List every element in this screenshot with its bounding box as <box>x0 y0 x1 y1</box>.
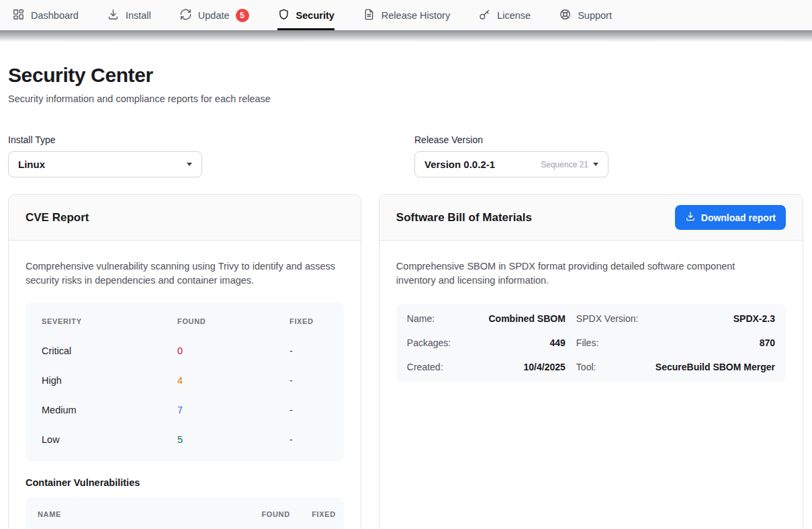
sequence-label: Sequence 21 <box>541 160 588 169</box>
severity-name: Critical <box>42 345 177 356</box>
severity-row-low: Low 5 - <box>42 425 328 454</box>
severity-col-header: SEVERITY <box>42 317 177 325</box>
install-type-select[interactable]: Linux <box>8 151 202 177</box>
security-center-page: Security Center Security information and… <box>0 64 812 529</box>
severity-found-count: 5 <box>177 434 289 445</box>
sbom-details-panel: Name: Combined SBOM SPDX Version: SPDX-2… <box>396 304 786 382</box>
chevron-down-icon <box>187 163 192 166</box>
container-vulnerabilities-table: NAME FOUND FIXED <box>26 497 344 529</box>
tab-support[interactable]: Support <box>559 0 612 30</box>
fixed-col-header: FIXED <box>298 510 336 518</box>
tab-label: License <box>497 10 531 21</box>
severity-fixed-count: - <box>289 375 328 386</box>
top-nav: Dashboard Install Update 5 Security Rele… <box>0 0 812 30</box>
container-table-header: NAME FOUND FIXED <box>38 501 336 528</box>
sbom-packages-label: Packages: <box>407 337 467 348</box>
severity-table-header: SEVERITY FOUND FIXED <box>42 307 328 336</box>
sbom-name-value: Combined SBOM <box>467 313 566 324</box>
tab-label: Dashboard <box>31 10 79 21</box>
sbom-files-value: 870 <box>656 337 775 348</box>
found-col-header: FOUND <box>177 317 289 325</box>
severity-fixed-count: - <box>289 345 328 356</box>
tab-update[interactable]: Update 5 <box>179 0 249 30</box>
severity-found-count: 0 <box>177 345 289 356</box>
sbom-tool-label: Tool: <box>566 362 656 372</box>
severity-row-high: High 4 - <box>42 366 328 395</box>
tab-security[interactable]: Security <box>277 0 334 30</box>
header-shadow <box>0 30 812 42</box>
tab-label: Update <box>198 10 230 21</box>
severity-name: Medium <box>42 405 177 415</box>
severity-row-critical: Critical 0 - <box>42 336 328 366</box>
sbom-details-row: Created: 10/4/2025 Tool: SecureBuild SBO… <box>407 355 775 379</box>
sbom-created-value: 10/4/2025 <box>467 362 566 372</box>
severity-fixed-count: - <box>289 434 328 445</box>
sbom-packages-value: 449 <box>467 337 566 348</box>
sbom-details-row: Packages: 449 Files: 870 <box>407 331 775 355</box>
sbom-tool-value: SecureBuild SBOM Merger <box>656 362 775 372</box>
severity-found-count: 4 <box>177 375 289 386</box>
install-type-value: Linux <box>18 159 187 170</box>
severity-name: High <box>42 375 177 386</box>
license-icon <box>478 8 491 23</box>
tab-install[interactable]: Install <box>107 0 151 30</box>
sbom-title: Software Bill of Materials <box>396 211 532 225</box>
tab-license[interactable]: License <box>478 0 531 30</box>
found-col-header: FOUND <box>250 510 290 518</box>
cve-report-description: Comprehensive vulnerability scanning usi… <box>26 259 344 288</box>
sbom-details-row: Name: Combined SBOM SPDX Version: SPDX-2… <box>407 307 775 331</box>
install-type-label: Install Type <box>8 134 397 145</box>
tab-label: Support <box>578 10 612 21</box>
dashboard-icon <box>12 8 25 23</box>
fixed-col-header: FIXED <box>289 317 328 325</box>
tab-label: Install <box>126 10 151 21</box>
tab-release-history[interactable]: Release History <box>363 0 450 30</box>
sbom-card: Software Bill of Materials Download repo… <box>379 194 803 529</box>
page-subtitle: Security information and compliance repo… <box>8 93 803 104</box>
sbom-spdx-version-label: SPDX Version: <box>566 313 656 324</box>
install-icon <box>107 8 120 23</box>
release-history-icon <box>363 8 375 23</box>
download-report-button[interactable]: Download report <box>675 205 786 230</box>
tab-label: Release History <box>381 10 450 21</box>
release-version-select[interactable]: Version 0.0.2-1 Sequence 21 <box>414 151 608 177</box>
severity-name: Low <box>42 434 177 445</box>
tab-dashboard[interactable]: Dashboard <box>12 0 79 30</box>
download-report-label: Download report <box>701 212 776 223</box>
sbom-files-label: Files: <box>566 337 656 348</box>
severity-row-medium: Medium 7 - <box>42 395 328 425</box>
download-icon <box>685 211 696 224</box>
cve-report-card: CVE Report Comprehensive vulnerability s… <box>8 194 361 529</box>
sbom-name-label: Name: <box>407 313 467 324</box>
cve-report-title: CVE Report <box>26 211 89 225</box>
update-icon <box>179 8 192 23</box>
security-icon <box>277 8 290 23</box>
update-count-badge: 5 <box>236 9 249 22</box>
filters-row: Install Type Linux Release Version Versi… <box>8 134 803 177</box>
release-version-label: Release Version <box>414 134 803 145</box>
severity-table: SEVERITY FOUND FIXED Critical 0 - High 4… <box>26 302 344 461</box>
release-version-value: Version 0.0.2-1 <box>424 159 541 170</box>
support-icon <box>559 8 572 23</box>
sbom-card-header: Software Bill of Materials Download repo… <box>379 195 803 241</box>
severity-found-count: 7 <box>177 405 289 415</box>
cve-report-card-header: CVE Report <box>9 195 361 241</box>
sbom-spdx-version-value: SPDX-2.3 <box>656 313 775 324</box>
page-title: Security Center <box>8 64 803 87</box>
chevron-down-icon <box>593 163 598 166</box>
name-col-header: NAME <box>38 510 250 518</box>
severity-fixed-count: - <box>289 405 328 415</box>
cards-row: CVE Report Comprehensive vulnerability s… <box>8 194 803 529</box>
container-vulnerabilities-title: Container Vulnerabilities <box>26 477 344 488</box>
sbom-description: Comprehensive SBOM in SPDX format provid… <box>396 259 752 288</box>
sbom-created-label: Created: <box>407 362 467 372</box>
tab-label: Security <box>296 10 334 21</box>
